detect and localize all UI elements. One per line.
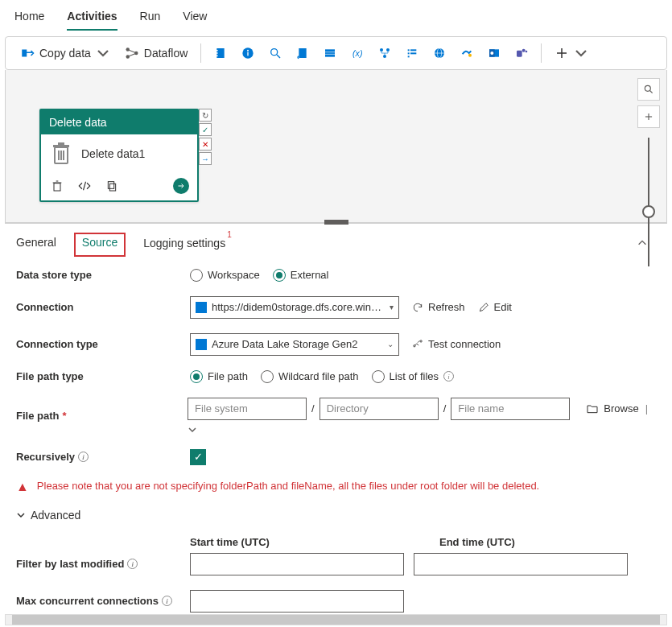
output-handles: ↻ ✓ ✕ → [199, 109, 212, 165]
svg-point-21 [383, 55, 386, 58]
teams-button[interactable] [510, 42, 533, 64]
table-icon [324, 46, 336, 60]
collapse-panel-button[interactable] [629, 234, 656, 254]
info-icon[interactable]: i [443, 371, 454, 382]
handle-skip[interactable]: → [199, 152, 212, 165]
info-icon[interactable]: i [78, 452, 89, 462]
svg-rect-23 [410, 49, 416, 51]
recursively-label: Recursivelyi [16, 451, 190, 463]
web-button[interactable] [428, 42, 451, 64]
tab-general[interactable]: General [16, 233, 56, 257]
filename-input[interactable] [451, 398, 570, 420]
svg-rect-7 [216, 52, 218, 53]
svg-rect-43 [53, 145, 69, 147]
webhook-button[interactable] [456, 42, 478, 64]
handle-success[interactable]: ✓ [199, 123, 212, 136]
chevron-down-icon [16, 510, 26, 520]
code-button[interactable] [76, 178, 93, 194]
edit-button[interactable]: Edit [478, 301, 512, 313]
tab-source[interactable]: Source [74, 233, 126, 257]
svg-rect-22 [408, 49, 410, 51]
dataflow-button[interactable]: Dataflow [120, 43, 192, 64]
panel-splitter[interactable] [324, 220, 348, 225]
canvas-search-button[interactable] [637, 78, 660, 101]
datasource-icon [196, 302, 207, 313]
toolbar: Copy data Dataflow (x) [5, 36, 667, 70]
svg-rect-8 [216, 56, 218, 56]
radio-wildcard[interactable]: Wildcard file path [261, 370, 359, 383]
radio-file-path[interactable]: File path [190, 370, 248, 383]
tab-activities[interactable]: Activities [67, 6, 117, 31]
activity-card[interactable]: Delete data Delete data1 [39, 109, 199, 202]
start-time-input[interactable] [190, 553, 404, 575]
radio-workspace[interactable]: Workspace [190, 269, 260, 282]
radio-list-of-files[interactable]: List of filesi [372, 370, 454, 383]
recursively-checkbox[interactable]: ✓ [190, 449, 206, 465]
svg-point-36 [526, 51, 528, 53]
copy-data-button[interactable]: Copy data [15, 43, 115, 64]
svg-rect-0 [22, 50, 27, 57]
svg-point-35 [522, 49, 526, 52]
zoom-slider-thumb[interactable] [642, 205, 655, 218]
connection-combo[interactable]: https://didem0storage.dfs.core.wind... ▾ [190, 296, 399, 319]
copy-activity-button[interactable] [104, 178, 120, 194]
tab-home[interactable]: Home [14, 6, 44, 31]
browse-button[interactable]: Browse [586, 402, 638, 415]
table-button[interactable] [319, 42, 341, 64]
tab-logging[interactable]: Logging settings1 [143, 232, 230, 258]
list-button[interactable] [401, 42, 423, 64]
warning-text: Please note that you are not specifying … [37, 480, 539, 492]
zoom-slider-track [648, 138, 649, 266]
svg-rect-10 [248, 52, 249, 56]
svg-point-12 [271, 49, 278, 56]
delete-data-icon [51, 142, 72, 165]
variable-button[interactable]: (x) [346, 42, 369, 64]
horizontal-scrollbar[interactable] [5, 614, 667, 625]
code-icon [77, 179, 92, 193]
script-icon [296, 46, 309, 60]
svg-rect-1 [27, 52, 33, 54]
search-icon [269, 46, 282, 60]
outlook-icon [488, 46, 501, 60]
pipeline-canvas[interactable]: Delete data Delete data1 ↻ ✓ ✕ → [5, 70, 667, 223]
max-concurrent-label: Max concurrent connectionsi [16, 595, 190, 607]
refresh-button[interactable]: Refresh [412, 301, 465, 313]
tab-view[interactable]: View [183, 6, 207, 31]
info-button[interactable] [237, 42, 259, 64]
connection-type-label: Connection type [16, 338, 190, 350]
search-button[interactable] [264, 42, 287, 64]
max-concurrent-input[interactable] [190, 590, 404, 613]
chevron-down-icon[interactable] [188, 425, 197, 435]
test-connection-button[interactable]: Test connection [412, 338, 501, 350]
notebook-icon [214, 46, 227, 60]
svg-rect-6 [216, 50, 218, 51]
pipeline-button[interactable] [373, 42, 396, 64]
filesystem-input[interactable] [188, 398, 307, 420]
svg-point-2 [126, 47, 130, 52]
add-activity-button[interactable] [550, 43, 593, 64]
delete-activity-button[interactable] [49, 178, 65, 194]
connection-type-combo[interactable]: Azure Data Lake Storage Gen2 ⌄ [190, 333, 399, 356]
radio-external[interactable]: External [273, 269, 329, 282]
svg-line-13 [277, 55, 280, 58]
handle-completion[interactable]: ↻ [199, 109, 212, 122]
advanced-toggle[interactable]: Advanced [16, 509, 656, 522]
info-icon[interactable]: i [162, 596, 172, 606]
chevron-down-icon: ▾ [390, 303, 394, 311]
webhook-icon [460, 46, 473, 60]
svg-rect-5 [217, 48, 225, 58]
directory-input[interactable] [320, 398, 439, 420]
chevron-down-icon [96, 46, 110, 60]
end-time-input[interactable] [414, 553, 628, 575]
handle-failure[interactable]: ✕ [199, 138, 212, 151]
data-store-type-label: Data store type [16, 269, 190, 281]
trash-icon [51, 179, 64, 192]
canvas-add-button[interactable] [637, 105, 660, 128]
script-button[interactable] [291, 42, 314, 64]
tab-run[interactable]: Run [140, 6, 161, 31]
svg-line-51 [650, 91, 653, 93]
notebook-button[interactable] [209, 42, 232, 64]
info-icon[interactable]: i [127, 559, 138, 569]
run-activity-button[interactable] [173, 178, 189, 194]
outlook-button[interactable] [483, 42, 505, 64]
